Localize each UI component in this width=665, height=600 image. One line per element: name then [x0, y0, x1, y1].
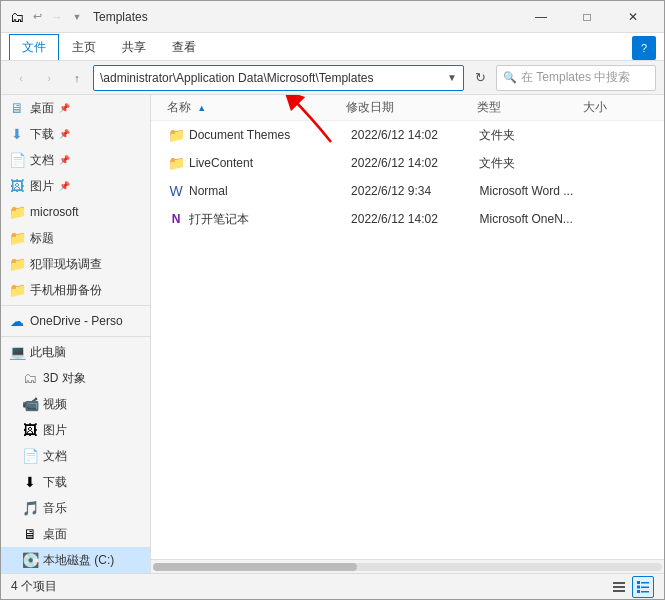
onedrive-icon: ☁: [9, 313, 25, 329]
tab-file[interactable]: 文件: [9, 34, 59, 60]
sidebar-item-pic2[interactable]: 🖼 图片: [1, 417, 150, 443]
sidebar-item-drive-c[interactable]: 💽 本地磁盘 (C:): [1, 547, 150, 573]
table-row[interactable]: 📁 LiveContent 2022/6/12 14:02 文件夹: [151, 149, 664, 177]
up-button[interactable]: ↑: [65, 66, 89, 90]
sidebar-item-3d[interactable]: 🗂 3D 对象: [1, 365, 150, 391]
file-name-livecontent: LiveContent: [189, 156, 351, 170]
close-button[interactable]: ✕: [610, 1, 656, 33]
word-icon-normal: W: [167, 182, 185, 200]
sidebar-item-microsoft[interactable]: 📁 microsoft: [1, 199, 150, 225]
system-menu-icon[interactable]: 🗂: [9, 9, 25, 25]
sidebar-label-video: 视频: [43, 396, 67, 413]
status-count-text: 4 个项目: [11, 578, 57, 595]
svg-rect-6: [641, 586, 649, 588]
svg-rect-4: [641, 582, 649, 584]
ribbon-tabs: 文件 主页 共享 查看 ?: [1, 33, 664, 61]
sidebar-label-doc2: 文档: [43, 448, 67, 465]
sidebar-item-download2[interactable]: ⬇ 下载: [1, 469, 150, 495]
maximize-button[interactable]: □: [564, 1, 610, 33]
sidebar-item-title[interactable]: 📁 标题: [1, 225, 150, 251]
sidebar-item-video[interactable]: 📹 视频: [1, 391, 150, 417]
svg-rect-5: [637, 585, 640, 588]
col-header-date[interactable]: 修改日期: [346, 99, 476, 116]
sidebar-label-music: 音乐: [43, 500, 67, 517]
sidebar-item-music[interactable]: 🎵 音乐: [1, 495, 150, 521]
sidebar-label-download2: 下载: [43, 474, 67, 491]
sidebar-item-desktop[interactable]: 🖥 桌面 📌: [1, 95, 150, 121]
sidebar-item-download[interactable]: ⬇ 下载 📌: [1, 121, 150, 147]
sidebar-item-crime[interactable]: 📁 犯罪现场调查: [1, 251, 150, 277]
title-bar: 🗂 ↩ → ▼ Templates — □ ✕: [1, 1, 664, 33]
search-placeholder-text: 在 Templates 中搜索: [521, 69, 630, 86]
file-type-normal: Microsoft Word ...: [479, 184, 583, 198]
sidebar-label-drive-c: 本地磁盘 (C:): [43, 552, 114, 569]
sidebar-item-doc2[interactable]: 📄 文档: [1, 443, 150, 469]
window-title-area: Templates: [93, 10, 518, 24]
pin-icon-desktop: 📌: [59, 103, 70, 113]
status-bar: 4 个项目: [1, 573, 664, 599]
svg-rect-3: [637, 581, 640, 584]
3d-icon: 🗂: [22, 370, 38, 386]
music-icon: 🎵: [22, 500, 38, 516]
pin-icon-pictures: 📌: [59, 181, 70, 191]
main-layout: 🖥 桌面 📌 ⬇ 下载 📌 📄 文档 📌 🖼 图片 📌 📁 mi: [1, 95, 664, 573]
sidebar-label-title: 标题: [30, 230, 54, 247]
sidebar-item-desktop2[interactable]: 🖥 桌面: [1, 521, 150, 547]
list-view-button[interactable]: [608, 576, 630, 598]
address-path-text: \administrator\Application Data\Microsof…: [100, 71, 443, 85]
file-date-livecontent: 2022/6/12 14:02: [351, 156, 479, 170]
sidebar-label-onedrive: OneDrive - Perso: [30, 314, 123, 328]
sort-icon-name: ▲: [197, 103, 206, 113]
svg-rect-0: [613, 582, 625, 584]
sidebar-divider-1: [1, 305, 150, 306]
desktop-icon: 🖥: [9, 100, 25, 116]
undo-icon[interactable]: ↩: [29, 9, 45, 25]
file-name-normal: Normal: [189, 184, 351, 198]
sidebar-label-pictures: 图片: [30, 178, 54, 195]
sidebar-item-onedrive[interactable]: ☁ OneDrive - Perso: [1, 308, 150, 334]
doc2-icon: 📄: [22, 448, 38, 464]
file-type-notebook: Microsoft OneN...: [479, 212, 583, 226]
sidebar-item-docs[interactable]: 📄 文档 📌: [1, 147, 150, 173]
tab-share[interactable]: 共享: [109, 34, 159, 60]
address-bar[interactable]: \administrator\Application Data\Microsof…: [93, 65, 464, 91]
quick-access-dropdown-icon[interactable]: ▼: [69, 9, 85, 25]
sidebar-label-phone-backup: 手机相册备份: [30, 282, 102, 299]
sidebar-item-thispc[interactable]: 💻 此电脑: [1, 339, 150, 365]
tab-view[interactable]: 查看: [159, 34, 209, 60]
pictures-icon: 🖼: [9, 178, 25, 194]
forward-button[interactable]: ›: [37, 66, 61, 90]
col-header-type[interactable]: 类型: [477, 99, 583, 116]
content-header: 名称 ▲ 修改日期 类型 大小: [151, 95, 664, 121]
drive-c-icon: 💽: [22, 552, 38, 568]
file-type-document-themes: 文件夹: [479, 127, 583, 144]
minimize-button[interactable]: —: [518, 1, 564, 33]
desktop2-icon: 🖥: [22, 526, 38, 542]
col-header-size[interactable]: 大小: [583, 99, 648, 116]
docs-icon: 📄: [9, 152, 25, 168]
detail-view-button[interactable]: [632, 576, 654, 598]
back-button[interactable]: ‹: [9, 66, 33, 90]
onenote-icon-notebook: N: [167, 210, 185, 228]
microsoft-folder-icon: 📁: [9, 204, 25, 220]
address-dropdown-icon[interactable]: ▼: [447, 72, 457, 83]
table-row[interactable]: W Normal 2022/6/12 9:34 Microsoft Word .…: [151, 177, 664, 205]
search-bar[interactable]: 🔍 在 Templates 中搜索: [496, 65, 656, 91]
sidebar-item-phone-backup[interactable]: 📁 手机相册备份: [1, 277, 150, 303]
folder-icon-document-themes: 📁: [167, 126, 185, 144]
table-row[interactable]: 📁 Document Themes 2022/6/12 14:02 文件夹: [151, 121, 664, 149]
help-button[interactable]: ?: [632, 36, 656, 60]
redo-icon[interactable]: →: [49, 9, 65, 25]
tab-home[interactable]: 主页: [59, 34, 109, 60]
sidebar-label-thispc: 此电脑: [30, 344, 66, 361]
address-bar-row: ‹ › ↑ \administrator\Application Data\Mi…: [1, 61, 664, 95]
sidebar-item-pictures[interactable]: 🖼 图片 📌: [1, 173, 150, 199]
refresh-button[interactable]: ↻: [468, 66, 492, 90]
table-row[interactable]: N 打开笔记本 2022/6/12 14:02 Microsoft OneN..…: [151, 205, 664, 233]
download2-icon: ⬇: [22, 474, 38, 490]
pic2-icon: 🖼: [22, 422, 38, 438]
horizontal-scrollbar[interactable]: [151, 559, 664, 573]
file-name-notebook: 打开笔记本: [189, 211, 351, 228]
col-header-name[interactable]: 名称 ▲: [167, 99, 346, 116]
svg-rect-7: [637, 590, 640, 593]
